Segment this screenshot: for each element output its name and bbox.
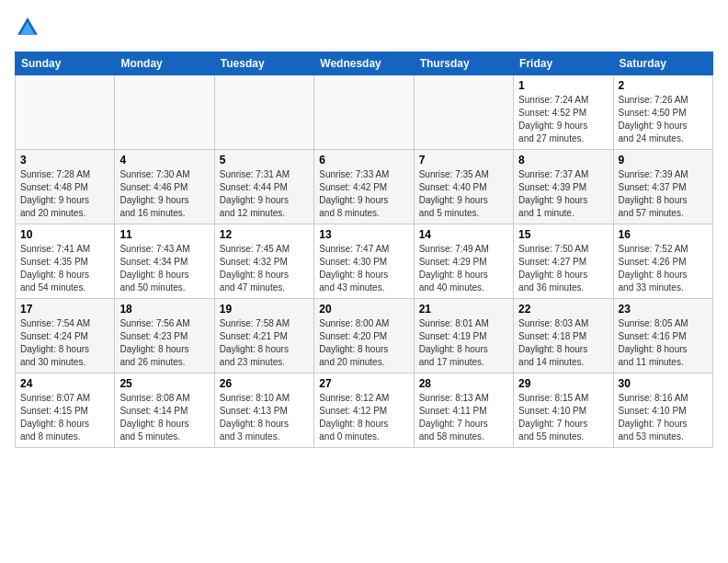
day-info: Sunrise: 8:05 AM Sunset: 4:16 PM Dayligh… [619,317,708,369]
calendar-week-row: 3Sunrise: 7:28 AM Sunset: 4:48 PM Daylig… [16,150,713,224]
day-info: Sunrise: 8:13 AM Sunset: 4:11 PM Dayligh… [419,392,508,443]
day-info: Sunrise: 7:28 AM Sunset: 4:48 PM Dayligh… [20,168,109,220]
day-info: Sunrise: 7:30 AM Sunset: 4:46 PM Dayligh… [119,168,209,220]
day-number: 12 [220,228,309,241]
day-number: 20 [319,303,408,316]
logo-icon [15,15,40,40]
day-number: 11 [119,228,209,241]
calendar-day-cell [414,75,513,150]
calendar-day-cell: 3Sunrise: 7:28 AM Sunset: 4:48 PM Daylig… [16,150,115,224]
day-info: Sunrise: 7:24 AM Sunset: 4:52 PM Dayligh… [518,94,608,145]
calendar-day-cell: 19Sunrise: 7:58 AM Sunset: 4:21 PM Dayli… [214,299,313,373]
page-header [15,15,713,40]
day-number: 24 [20,377,109,390]
day-number: 1 [518,79,608,92]
calendar-day-cell [115,75,214,150]
day-number: 16 [619,228,708,241]
day-info: Sunrise: 7:39 AM Sunset: 4:37 PM Dayligh… [619,168,708,220]
calendar-day-cell: 21Sunrise: 8:01 AM Sunset: 4:19 PM Dayli… [414,299,513,373]
day-number: 18 [119,303,209,316]
day-info: Sunrise: 7:52 AM Sunset: 4:26 PM Dayligh… [619,243,708,294]
calendar-day-cell: 9Sunrise: 7:39 AM Sunset: 4:37 PM Daylig… [613,150,712,224]
day-number: 9 [619,154,708,167]
day-info: Sunrise: 7:33 AM Sunset: 4:42 PM Dayligh… [319,168,408,220]
calendar-day-cell: 29Sunrise: 8:15 AM Sunset: 4:10 PM Dayli… [514,373,613,448]
calendar-day-cell: 18Sunrise: 7:56 AM Sunset: 4:23 PM Dayli… [115,299,214,373]
day-info: Sunrise: 7:49 AM Sunset: 4:29 PM Dayligh… [419,243,508,294]
calendar-day-cell: 2Sunrise: 7:26 AM Sunset: 4:50 PM Daylig… [613,75,712,150]
calendar-header: SundayMondayTuesdayWednesdayThursdayFrid… [16,52,713,75]
calendar-day-cell: 11Sunrise: 7:43 AM Sunset: 4:34 PM Dayli… [115,224,214,299]
day-number: 22 [518,303,608,316]
calendar-day-cell: 20Sunrise: 8:00 AM Sunset: 4:20 PM Dayli… [314,299,414,373]
calendar-day-cell: 25Sunrise: 8:08 AM Sunset: 4:14 PM Dayli… [115,373,214,448]
day-info: Sunrise: 7:45 AM Sunset: 4:32 PM Dayligh… [220,243,309,294]
day-info: Sunrise: 7:41 AM Sunset: 4:35 PM Dayligh… [20,243,109,294]
weekday-header: Thursday [414,52,513,75]
day-info: Sunrise: 7:58 AM Sunset: 4:21 PM Dayligh… [220,317,309,369]
calendar-day-cell: 23Sunrise: 8:05 AM Sunset: 4:16 PM Dayli… [613,299,712,373]
calendar-week-row: 17Sunrise: 7:54 AM Sunset: 4:24 PM Dayli… [16,299,713,373]
day-number: 3 [20,154,109,167]
day-info: Sunrise: 8:03 AM Sunset: 4:18 PM Dayligh… [518,317,608,369]
day-number: 2 [619,79,708,92]
day-info: Sunrise: 8:10 AM Sunset: 4:13 PM Dayligh… [220,392,309,443]
day-number: 6 [319,154,408,167]
day-info: Sunrise: 8:15 AM Sunset: 4:10 PM Dayligh… [518,392,608,443]
day-info: Sunrise: 8:12 AM Sunset: 4:12 PM Dayligh… [319,392,408,443]
calendar-day-cell: 27Sunrise: 8:12 AM Sunset: 4:12 PM Dayli… [314,373,414,448]
day-number: 25 [119,377,209,390]
calendar-table: SundayMondayTuesdayWednesdayThursdayFrid… [15,52,713,448]
calendar-day-cell: 22Sunrise: 8:03 AM Sunset: 4:18 PM Dayli… [514,299,613,373]
day-number: 28 [419,377,508,390]
day-number: 13 [319,228,408,241]
calendar-day-cell: 17Sunrise: 7:54 AM Sunset: 4:24 PM Dayli… [16,299,115,373]
day-number: 21 [419,303,508,316]
weekday-header: Saturday [613,52,712,75]
day-info: Sunrise: 7:56 AM Sunset: 4:23 PM Dayligh… [119,317,209,369]
calendar-day-cell: 4Sunrise: 7:30 AM Sunset: 4:46 PM Daylig… [115,150,214,224]
day-info: Sunrise: 7:31 AM Sunset: 4:44 PM Dayligh… [220,168,309,220]
calendar-day-cell [314,75,414,150]
calendar-day-cell: 7Sunrise: 7:35 AM Sunset: 4:40 PM Daylig… [414,150,513,224]
calendar-week-row: 24Sunrise: 8:07 AM Sunset: 4:15 PM Dayli… [16,373,713,448]
calendar-day-cell [16,75,115,150]
calendar-day-cell: 30Sunrise: 8:16 AM Sunset: 4:10 PM Dayli… [613,373,712,448]
weekday-header: Wednesday [314,52,414,75]
weekday-header: Sunday [16,52,115,75]
day-info: Sunrise: 8:00 AM Sunset: 4:20 PM Dayligh… [319,317,408,369]
day-number: 26 [220,377,309,390]
day-number: 29 [518,377,608,390]
day-info: Sunrise: 7:54 AM Sunset: 4:24 PM Dayligh… [20,317,109,369]
day-info: Sunrise: 7:50 AM Sunset: 4:27 PM Dayligh… [518,243,608,294]
day-number: 7 [419,154,508,167]
calendar-day-cell: 5Sunrise: 7:31 AM Sunset: 4:44 PM Daylig… [214,150,313,224]
calendar-day-cell: 8Sunrise: 7:37 AM Sunset: 4:39 PM Daylig… [514,150,613,224]
day-number: 10 [20,228,109,241]
day-info: Sunrise: 8:01 AM Sunset: 4:19 PM Dayligh… [419,317,508,369]
day-number: 4 [119,154,209,167]
calendar-week-row: 10Sunrise: 7:41 AM Sunset: 4:35 PM Dayli… [16,224,713,299]
calendar-day-cell: 14Sunrise: 7:49 AM Sunset: 4:29 PM Dayli… [414,224,513,299]
calendar-day-cell [214,75,313,150]
calendar-day-cell: 15Sunrise: 7:50 AM Sunset: 4:27 PM Dayli… [514,224,613,299]
day-info: Sunrise: 8:07 AM Sunset: 4:15 PM Dayligh… [20,392,109,443]
day-info: Sunrise: 7:37 AM Sunset: 4:39 PM Dayligh… [518,168,608,220]
weekday-header: Tuesday [214,52,313,75]
day-number: 27 [319,377,408,390]
day-number: 23 [619,303,708,316]
calendar-day-cell: 13Sunrise: 7:47 AM Sunset: 4:30 PM Dayli… [314,224,414,299]
calendar-week-row: 1Sunrise: 7:24 AM Sunset: 4:52 PM Daylig… [16,75,713,150]
day-info: Sunrise: 8:08 AM Sunset: 4:14 PM Dayligh… [119,392,209,443]
calendar-day-cell: 1Sunrise: 7:24 AM Sunset: 4:52 PM Daylig… [514,75,613,150]
weekday-row: SundayMondayTuesdayWednesdayThursdayFrid… [16,52,713,75]
day-number: 15 [518,228,608,241]
day-number: 8 [518,154,608,167]
weekday-header: Monday [115,52,214,75]
calendar-day-cell: 16Sunrise: 7:52 AM Sunset: 4:26 PM Dayli… [613,224,712,299]
logo [15,15,44,40]
calendar-day-cell: 26Sunrise: 8:10 AM Sunset: 4:13 PM Dayli… [214,373,313,448]
calendar-day-cell: 28Sunrise: 8:13 AM Sunset: 4:11 PM Dayli… [414,373,513,448]
day-number: 19 [220,303,309,316]
day-info: Sunrise: 7:26 AM Sunset: 4:50 PM Dayligh… [619,94,708,145]
